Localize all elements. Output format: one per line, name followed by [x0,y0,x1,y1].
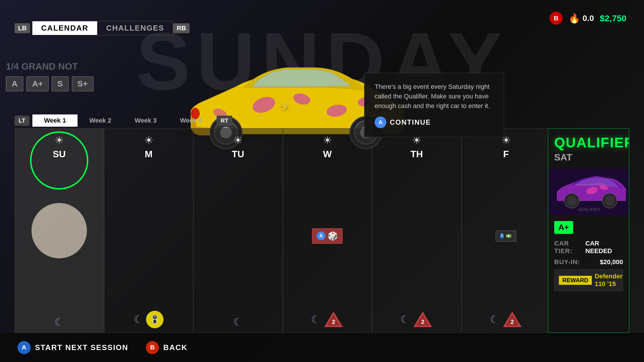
moon-icon-w: ☾ [311,313,320,326]
back-label: BACK [163,343,187,352]
tooltip-text: There's a big event every Saturday night… [375,82,494,111]
crash-test-icon-m [146,311,164,328]
moon-icon-m: ☾ [134,313,143,326]
svg-point-33 [604,195,615,206]
a-btn-f: A [500,233,503,239]
bottom-bar: A START NEXT SESSION B BACK [0,333,644,362]
lt-button[interactable]: LT [15,116,29,126]
friday-body: A 💵 [462,165,551,306]
week-2-tab[interactable]: Week 2 [78,114,123,127]
wednesday-body: A 🎲 [283,165,372,306]
week-3-tab[interactable]: Week 3 [123,114,168,127]
start-session-action[interactable]: A START NEXT SESSION [17,341,128,354]
sun-icon-su: ☀ [55,134,64,146]
tab-calendar[interactable]: CALENDAR [32,21,97,35]
car-tier-row: CAR TIER: CAR NEEDED [554,240,623,255]
tier-s: S [52,76,69,91]
svg-text:2: 2 [510,319,514,325]
moon-icon-su: ☾ [55,316,64,328]
friday-footer: ☾ 2 [462,306,551,333]
top-right-stats: B 🔥 0.0 $2,750 [550,12,627,25]
warning-th: 2 [413,311,433,328]
svg-text:2: 2 [332,319,335,325]
qualifier-header: QUALIFIER SAT [548,129,629,169]
b-button-back: B [146,341,159,354]
day-thursday[interactable]: ☀ TH ☾ 2 [372,128,461,333]
sunday-label: SU [53,149,66,160]
car-tier-value: CAR NEEDED [585,240,623,255]
moon-icon-tu: ☾ [233,316,243,328]
money-event-f[interactable]: A 💵 [496,230,516,242]
week-4-tab[interactable]: Week 4 [168,114,213,127]
qualifier-day: SAT [554,152,623,163]
svg-point-34 [586,186,599,195]
flame-icon: 🔥 [568,13,580,24]
rb-button[interactable]: RB [173,23,189,33]
heat-stat: 🔥 0.0 [568,13,594,24]
sunday-header: ☀ SU [15,128,104,165]
svg-point-31 [566,195,577,206]
wednesday-label: W [323,149,332,160]
monday-body [104,165,193,306]
grand-not-label: 1/4 GRAND NOT [6,61,94,72]
dice-icon-w: 🎲 [328,231,338,241]
qualifier-panel: QUALIFIER SAT QUALIFIER A+ CAR TIER: CAR… [548,128,629,333]
sunday-footer: ☾ [15,312,104,333]
svg-text:QUALIFIER: QUALIFIER [578,207,600,212]
lb-button[interactable]: LB [15,23,30,33]
b-icon: B [550,12,563,25]
qualifier-tier: A+ [554,221,573,234]
reward-value: Defender 110 '15 [595,273,622,288]
moon-icon-th: ☾ [400,313,410,326]
tooltip-box: There's a big event every Saturday night… [364,73,504,137]
day-monday[interactable]: ☀ M ☾ [104,128,194,333]
a-continue-button: A [375,116,386,128]
car-tier-label: CAR TIER: [554,240,585,255]
paper-bg [31,203,87,258]
thursday-label: TH [410,149,423,160]
day-wednesday[interactable]: ☀ W A 🎲 ☾ 2 [283,128,372,333]
week-1-tab[interactable]: Week 1 [32,114,78,127]
tier-a: A [6,76,23,91]
reward-row: REWARD Defender 110 '15 [554,269,623,291]
moon-icon-f: ☾ [490,313,499,326]
tab-challenges[interactable]: CHALLENGES [97,21,173,35]
money-icon-f: 💵 [506,233,512,239]
top-nav: LB CALENDAR CHALLENGES RB [15,21,192,35]
rt-button[interactable]: RT [217,116,233,126]
a-button-start: A [17,341,31,354]
tooltip-continue[interactable]: A CONTINUE [375,116,494,128]
week-tabs: LT Week 1 Week 2 Week 3 Week 4 RT [15,114,232,127]
reward-label: REWARD [559,276,592,285]
warning-f: 2 [502,311,522,328]
tuesday-header: ☀ TU [194,128,282,165]
svg-point-19 [154,316,155,317]
sun-icon-w: ☀ [323,134,332,146]
tier-badges: A A+ S S+ [6,76,94,91]
sun-icon-tu: ☀ [233,134,243,146]
tuesday-footer: ☾ [194,312,282,333]
svg-text:🐝: 🐝 [279,103,290,113]
day-tuesday[interactable]: ☀ TU ☾ [193,128,283,333]
back-action[interactable]: B BACK [146,341,187,354]
svg-point-35 [599,185,608,191]
day-friday[interactable]: ☀ F A 💵 ☾ 2 [461,128,551,333]
tier-aplus: A+ [26,76,49,91]
wednesday-header: ☀ W [283,128,372,165]
svg-point-32 [602,193,617,208]
svg-rect-16 [153,319,157,324]
day-sunday[interactable]: ☀ SU ☾ [15,128,104,333]
svg-point-30 [564,193,579,208]
tier-splus: S+ [72,76,94,91]
dice-event-w[interactable]: A 🎲 [312,228,343,244]
monday-footer: ☾ [104,306,193,333]
qualifier-title: QUALIFIER [554,135,623,151]
qualifier-car-preview: QUALIFIER [548,169,629,215]
warning-w: 2 [323,311,344,328]
svg-text:2: 2 [421,319,424,325]
start-label: START NEXT SESSION [35,343,128,352]
grand-not-section: 1/4 GRAND NOT A A+ S S+ [6,61,94,91]
money-stat: $2,750 [600,13,627,23]
buy-in-row: BUY-IN: $20,000 [554,258,623,266]
thursday-body [372,165,461,306]
